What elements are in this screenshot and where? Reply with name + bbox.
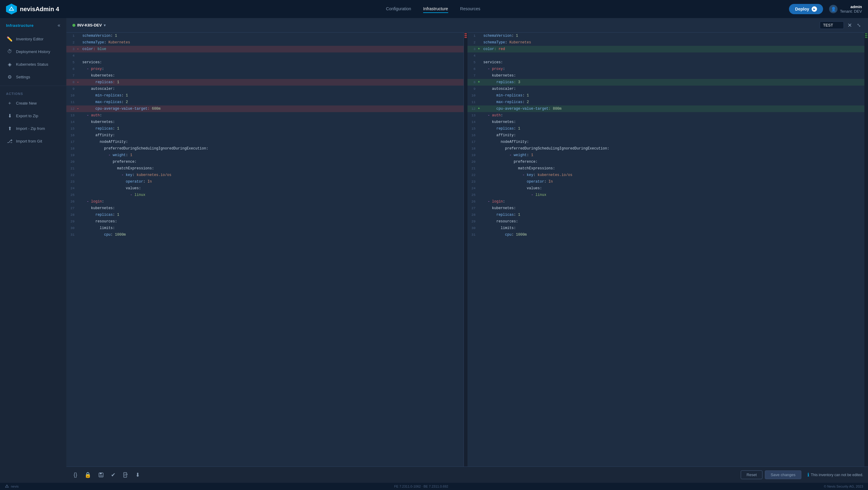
line-content: nodeAffinity: [81, 139, 464, 145]
sidebar-item-create-new[interactable]: ＋ Create New [0, 97, 66, 109]
environment-select[interactable]: TEST PROD DEV [820, 22, 844, 29]
nav-resources[interactable]: Resources [460, 5, 480, 13]
diff-line: 15 replicas: 1 [467, 125, 865, 132]
user-menu[interactable]: 👤 admin Tenant: DEV [829, 4, 862, 13]
line-content: kubernetes: [81, 205, 464, 211]
kubernetes-status-icon: ◈ [7, 62, 12, 67]
download-button[interactable]: ⬇ [133, 470, 142, 480]
diff-right-pane[interactable]: 1schemaVersion: 12schemaType: Kubernetes… [467, 33, 865, 466]
line-number: 21 [66, 165, 77, 172]
save-file-button[interactable] [96, 470, 106, 480]
line-content: preferredDuringSchedulingIgnoredDuringEx… [482, 145, 865, 152]
inventory-status-dot [72, 24, 75, 27]
line-number: 8 [66, 79, 77, 86]
line-content: affinity: [81, 132, 464, 139]
diff-line: 12+ cpu-average-value-target: 800m [467, 105, 865, 112]
deploy-button[interactable]: Deploy [789, 4, 823, 14]
line-number: 10 [66, 92, 77, 99]
settings-label: Settings [16, 75, 30, 79]
line-number: 20 [66, 159, 77, 165]
nav-right: Deploy 👤 admin Tenant: DEV [789, 4, 862, 14]
line-content: kubernetes: [482, 205, 865, 211]
diff-line: 17 nodeAffinity: [66, 139, 464, 145]
nav-configuration[interactable]: Configuration [386, 5, 411, 13]
line-content: matchExpressions: [81, 165, 464, 172]
sidebar-item-kubernetes-status[interactable]: ◈ Kubernetes Status [0, 58, 66, 70]
main-layout: Infrastructure « ✏️ Inventory Editor ⏱ D… [0, 18, 868, 483]
line-marker: - [77, 46, 81, 52]
line-content: autoscaler: [482, 86, 865, 92]
line-marker: - [77, 79, 81, 85]
sidebar-collapse-button[interactable]: « [58, 23, 60, 28]
line-content: kubernetes: [81, 119, 464, 125]
line-content: schemaType: Kubernetes [81, 39, 464, 46]
inventory-editor-icon: ✏️ [7, 36, 12, 41]
minimap-mark [464, 37, 467, 38]
line-content: min-replicas: 1 [482, 92, 865, 99]
sidebar-item-import-zip[interactable]: ⬆ Import - Zip from [0, 122, 66, 135]
svg-rect-2 [100, 473, 102, 474]
diff-line: 20 preference: [66, 159, 464, 165]
reset-button[interactable]: Reset [741, 470, 763, 479]
expand-button[interactable]: ⤡ [856, 21, 862, 29]
sidebar-item-export-zip[interactable]: ⬇ Export to Zip [0, 109, 66, 122]
user-info: admin Tenant: DEV [840, 4, 862, 13]
deployment-history-icon: ⏱ [7, 49, 12, 54]
inventory-dropdown-icon[interactable]: ▾ [104, 23, 105, 27]
sidebar-divider [0, 86, 66, 86]
line-number: 29 [467, 218, 478, 225]
inventory-name: INV-K8S-DEV [77, 23, 102, 27]
line-number: 12 [66, 105, 77, 112]
line-number: 1 [467, 33, 478, 39]
line-content: - auth: [482, 112, 865, 119]
format-button[interactable]: {} [71, 470, 80, 480]
line-content: resources: [81, 218, 464, 225]
sidebar-item-import-git[interactable]: ⎇ Import from Git [0, 135, 66, 148]
line-number: 19 [66, 152, 77, 159]
diff-line: 21 matchExpressions: [66, 165, 464, 172]
diff-line: 24 values: [467, 185, 865, 192]
diff-line: 8+ replicas: 3 [467, 79, 865, 86]
line-number: 18 [467, 145, 478, 152]
sidebar-item-inventory-editor[interactable]: ✏️ Inventory Editor [0, 33, 66, 45]
minimap-mark [865, 37, 867, 38]
nav-infrastructure[interactable]: Infrastructure [423, 5, 448, 13]
diff-line: 3-color: blue [66, 46, 464, 53]
status-bar: nevis FE 7.2311.0-1062 · BE 7.2311.0.692… [0, 483, 868, 490]
diff-line: 15 replicas: 1 [66, 125, 464, 132]
nevis-brand: nevis [11, 485, 19, 488]
diff-line: 26 - login: [66, 198, 464, 205]
lock-button[interactable]: 🔒 [82, 470, 93, 480]
line-number: 23 [467, 178, 478, 185]
document-button[interactable] [120, 470, 131, 480]
line-number: 3 [66, 46, 77, 53]
line-content: - login: [81, 198, 464, 205]
line-number: 30 [66, 225, 77, 231]
header-right: TEST PROD DEV ✕ ⤡ [820, 21, 862, 30]
line-content: replicas: 1 [482, 125, 865, 132]
diff-line: 2schemaType: Kubernetes [467, 39, 865, 46]
line-content: cpu-average-value-target: 600m [81, 105, 464, 112]
import-zip-icon: ⬆ [7, 126, 12, 131]
sidebar-item-settings[interactable]: ⚙ Settings [0, 70, 66, 83]
close-tab-button[interactable]: ✕ [846, 21, 853, 30]
validate-button[interactable]: ✔ [108, 470, 118, 480]
inventory-tag[interactable]: INV-K8S-DEV ▾ [72, 23, 105, 27]
line-content: kubernetes: [81, 72, 464, 79]
line-number: 2 [66, 39, 77, 46]
diff-line: 24 values: [66, 185, 464, 192]
line-number: 6 [66, 66, 77, 72]
line-number: 5 [66, 59, 77, 66]
sidebar-item-deployment-history[interactable]: ⏱ Deployment History [0, 45, 66, 58]
diff-line: 18 preferredDuringSchedulingIgnoredDurin… [66, 145, 464, 152]
diff-line: 31 cpu: 1000m [467, 231, 865, 238]
line-content: resources: [482, 218, 865, 225]
line-number: 14 [467, 119, 478, 125]
svg-rect-3 [99, 475, 102, 477]
line-number: 15 [66, 125, 77, 132]
save-changes-button[interactable]: Save changes [765, 470, 801, 479]
line-content: color: red [482, 46, 865, 53]
deploy-label: Deploy [795, 7, 809, 11]
diff-left-pane[interactable]: 1schemaVersion: 12schemaType: Kubernetes… [66, 33, 464, 466]
line-content: cpu: 1000m [81, 231, 464, 238]
